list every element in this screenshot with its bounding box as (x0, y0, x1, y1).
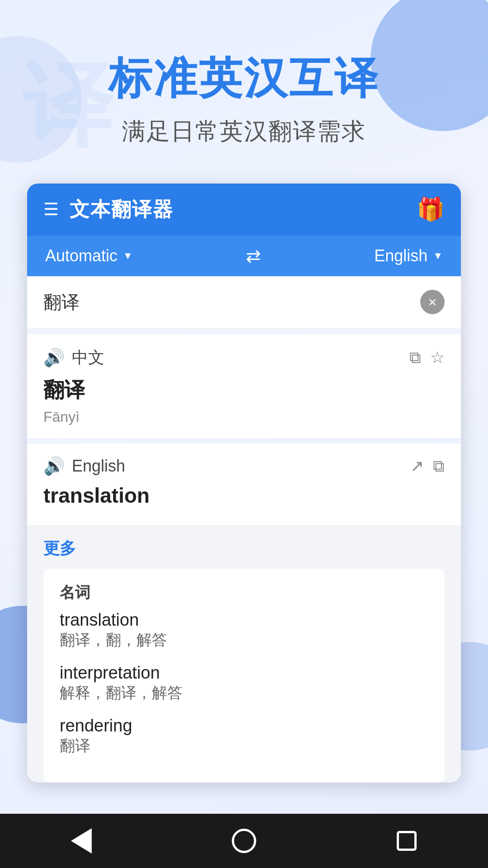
chinese-lang-label: 中文 (72, 347, 104, 369)
back-icon (71, 828, 92, 854)
chinese-pinyin: Fānyì (43, 409, 445, 425)
back-button[interactable] (66, 825, 97, 857)
word-cn-0: 翻译，翻，解答 (60, 630, 428, 651)
star-icon[interactable]: ☆ (430, 348, 445, 367)
input-area[interactable]: 翻译 × (27, 276, 461, 329)
word-entry-1: interpretation 解释，翻译，解答 (60, 663, 428, 703)
word-type: 名词 (60, 582, 428, 603)
chinese-result-actions: ⧉ ☆ (409, 348, 445, 367)
recent-icon (397, 831, 417, 851)
recent-button[interactable] (391, 825, 422, 857)
word-en-0: translation (60, 610, 428, 630)
app-header: ☰ 文本翻译器 🎁 (27, 184, 461, 236)
source-lang-arrow: ▼ (123, 250, 133, 262)
english-result-header: 🔊 English ↗ ⧉ (43, 456, 445, 476)
menu-icon[interactable]: ☰ (43, 199, 59, 219)
target-lang-label: English (374, 246, 427, 265)
more-section: 更多 名词 translation 翻译，翻，解答 interpretation… (27, 525, 461, 783)
source-lang-selector[interactable]: Automatic ▼ (45, 246, 133, 265)
more-label: 更多 (43, 538, 445, 560)
gift-icon[interactable]: 🎁 (417, 196, 445, 222)
swap-icon[interactable]: ⇄ (246, 245, 261, 266)
target-lang-selector[interactable]: English ▼ (374, 246, 443, 265)
app-container: ☰ 文本翻译器 🎁 Automatic ▼ ⇄ English ▼ 翻译 × 🔊… (27, 184, 461, 783)
home-icon (232, 829, 256, 853)
english-result-actions: ↗ ⧉ (410, 457, 445, 476)
chinese-result-lang: 🔊 中文 (43, 347, 104, 369)
hero-title: 标准英汉互译 (27, 54, 461, 102)
chinese-speaker-icon[interactable]: 🔊 (43, 348, 65, 368)
chinese-result-card: 🔊 中文 ⧉ ☆ 翻译 Fānyì (27, 334, 461, 438)
home-button[interactable] (228, 825, 260, 857)
clear-icon: × (428, 294, 437, 311)
hero-section: 标准英汉互译 满足日常英汉翻译需求 (0, 0, 488, 184)
english-lang-label: English (72, 457, 125, 476)
target-lang-arrow: ▼ (433, 250, 443, 262)
chinese-main-text: 翻译 (43, 376, 445, 404)
word-entry-2: rendering 翻译 (60, 716, 428, 756)
english-result-lang: 🔊 English (43, 456, 125, 476)
external-link-icon[interactable]: ↗ (410, 457, 424, 476)
word-cn-2: 翻译 (60, 736, 428, 756)
more-card: 名词 translation 翻译，翻，解答 interpretation 解释… (43, 569, 445, 783)
app-title: 文本翻译器 (70, 196, 174, 223)
clear-button[interactable]: × (420, 290, 445, 314)
input-text: 翻译 (43, 290, 420, 315)
chinese-result-header: 🔊 中文 ⧉ ☆ (43, 347, 445, 369)
hero-subtitle: 满足日常英汉翻译需求 (27, 116, 461, 147)
word-entry-0: translation 翻译，翻，解答 (60, 610, 428, 651)
bottom-nav (0, 814, 488, 868)
english-speaker-icon[interactable]: 🔊 (43, 456, 65, 476)
copy-icon[interactable]: ⧉ (409, 348, 421, 367)
word-en-1: interpretation (60, 663, 428, 683)
lang-bar: Automatic ▼ ⇄ English ▼ (27, 236, 461, 276)
english-result-card: 🔊 English ↗ ⧉ translation (27, 443, 461, 525)
word-en-2: rendering (60, 716, 428, 736)
english-main-text: translation (43, 483, 445, 508)
app-header-left: ☰ 文本翻译器 (43, 196, 174, 223)
copy-icon-en[interactable]: ⧉ (433, 457, 445, 476)
word-cn-1: 解释，翻译，解答 (60, 683, 428, 703)
source-lang-label: Automatic (45, 246, 117, 265)
